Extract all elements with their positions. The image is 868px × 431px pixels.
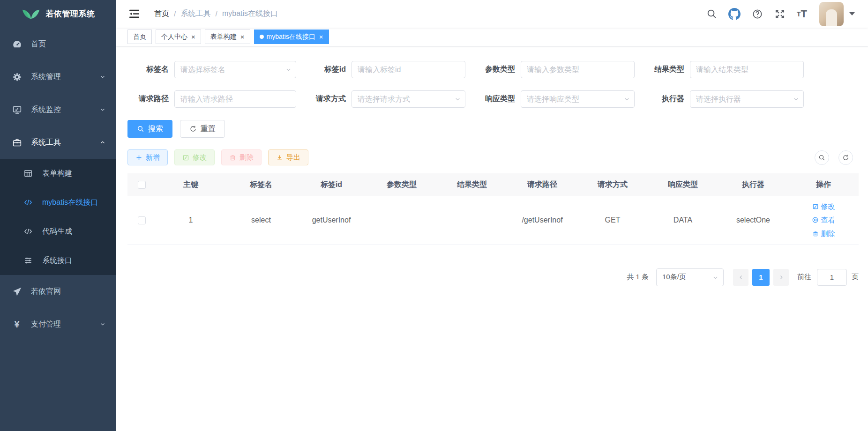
- edit-button[interactable]: 修改: [174, 149, 215, 165]
- result-type-input[interactable]: [690, 61, 804, 78]
- cell-result-type: [437, 196, 507, 245]
- search-icon[interactable]: [706, 8, 717, 19]
- param-type-input[interactable]: [521, 61, 635, 78]
- delete-button[interactable]: 删除: [221, 149, 262, 165]
- download-icon: [276, 154, 283, 161]
- user-avatar[interactable]: [819, 2, 844, 26]
- chevron-down-icon: [712, 274, 719, 281]
- row-edit-link[interactable]: 修改: [812, 201, 835, 212]
- breadcrumb-system-tools: 系统工具: [180, 9, 210, 19]
- sidebar-item-system-monitor[interactable]: 系统监控: [0, 93, 116, 126]
- column-header: 请求方式: [577, 173, 648, 196]
- column-header: 操作: [788, 173, 859, 196]
- sidebar-item-code-generation[interactable]: 代码生成: [0, 217, 116, 246]
- caret-down-icon[interactable]: [849, 12, 855, 15]
- navbar-actions: TT: [695, 2, 855, 26]
- active-tab-dot: [260, 35, 264, 39]
- prev-page-button[interactable]: [733, 269, 748, 286]
- search-icon: [137, 125, 144, 133]
- close-icon[interactable]: ×: [319, 33, 323, 40]
- export-button-label: 导出: [286, 153, 300, 162]
- sidebar-item-mybatis-online-api[interactable]: mybatis在线接口: [0, 188, 116, 217]
- form-table-icon: [22, 169, 34, 178]
- leaf-logo-icon: [22, 5, 40, 23]
- close-icon[interactable]: ×: [240, 33, 245, 40]
- top-navbar: 首页 / 系统工具 / mybatis在线接口: [116, 0, 868, 28]
- tag-id-input[interactable]: [352, 61, 465, 78]
- select-all-checkbox[interactable]: [138, 181, 146, 189]
- toolbox-icon: [11, 138, 22, 148]
- export-button[interactable]: 导出: [268, 149, 308, 165]
- sidebar-item-label: 表单构建: [42, 169, 106, 178]
- app-logo[interactable]: 若依管理系统: [0, 0, 116, 28]
- tab-mybatis-online-api[interactable]: mybatis在线接口 ×: [254, 30, 329, 44]
- cell-request-path: /getUserInof: [507, 196, 577, 245]
- column-header: 请求路径: [507, 173, 577, 196]
- font-size-icon[interactable]: TT: [797, 9, 807, 19]
- tag-name-select[interactable]: [174, 61, 296, 78]
- search-actions: 搜索 重置: [127, 120, 859, 138]
- cell-executor: selectOne: [718, 196, 788, 245]
- breadcrumb: 首页 / 系统工具 / mybatis在线接口: [154, 9, 695, 19]
- sidebar-item-label: 系统工具: [31, 138, 99, 148]
- row-view-link[interactable]: 查看: [812, 214, 835, 226]
- github-icon[interactable]: [728, 8, 741, 20]
- search-button-label: 搜索: [148, 124, 163, 134]
- tab-form-builder[interactable]: 表单构建 ×: [205, 30, 250, 44]
- table-toolbar: 新增 修改 删除 导出: [127, 149, 859, 165]
- pagination-page-unit: 页: [852, 273, 859, 282]
- executor-select[interactable]: [690, 90, 804, 108]
- delete-button-label: 删除: [239, 153, 254, 162]
- data-table: 主键 标签名 标签id 参数类型 结果类型 请求路径 请求方式 响应类型 执行器…: [127, 173, 859, 245]
- edit-button-label: 修改: [193, 153, 207, 162]
- app-title: 若依管理系统: [46, 8, 95, 19]
- request-method-select[interactable]: [352, 90, 465, 108]
- table-row[interactable]: 1 select getUserInof /getUserInof GET DA…: [127, 196, 859, 245]
- add-button[interactable]: 新增: [127, 149, 168, 165]
- reset-button[interactable]: 重置: [180, 120, 225, 138]
- tab-label: 表单构建: [210, 33, 237, 41]
- next-page-button[interactable]: [773, 269, 789, 286]
- row-view-label: 查看: [821, 214, 835, 226]
- sidebar-item-label: 代码生成: [42, 227, 106, 237]
- sidebar-fold-icon[interactable]: [128, 8, 140, 20]
- sidebar-item-system-api[interactable]: 系统接口: [0, 246, 116, 275]
- goto-page-input[interactable]: [817, 269, 847, 286]
- monitor-icon: [11, 105, 22, 115]
- field-label: 参数类型: [474, 65, 521, 74]
- search-button[interactable]: 搜索: [127, 120, 172, 138]
- breadcrumb-separator: /: [215, 10, 217, 18]
- table-header-row: 主键 标签名 标签id 参数类型 结果类型 请求路径 请求方式 响应类型 执行器…: [127, 173, 859, 196]
- refresh-table-button[interactable]: [838, 150, 853, 165]
- sidebar-item-system-management[interactable]: 系统管理: [0, 60, 116, 93]
- sidebar-item-form-builder[interactable]: 表单构建: [0, 159, 116, 188]
- chevron-down-icon: [99, 321, 106, 327]
- cell-primary-key: 1: [156, 196, 226, 245]
- refresh-icon: [189, 125, 197, 133]
- dashboard-icon: [11, 39, 22, 49]
- request-path-input[interactable]: [174, 90, 296, 108]
- tab-profile[interactable]: 个人中心 ×: [156, 30, 201, 44]
- close-icon[interactable]: ×: [191, 33, 195, 40]
- cell-tag-id: getUserInof: [296, 196, 367, 245]
- row-checkbox[interactable]: [138, 216, 146, 224]
- row-delete-link[interactable]: 删除: [812, 228, 835, 239]
- response-type-select[interactable]: [521, 90, 635, 108]
- sidebar-item-home[interactable]: 首页: [0, 28, 116, 60]
- breadcrumb-home[interactable]: 首页: [154, 9, 169, 19]
- sidebar-item-official-site[interactable]: 若依官网: [0, 275, 116, 308]
- yen-icon: ¥: [11, 319, 22, 330]
- current-page-button[interactable]: 1: [752, 269, 770, 286]
- column-header: 主键: [156, 173, 226, 196]
- help-icon[interactable]: [752, 8, 763, 20]
- toggle-search-button[interactable]: [815, 150, 829, 165]
- tab-label: mybatis在线接口: [267, 33, 315, 41]
- page-size-select[interactable]: 10条/页: [656, 268, 724, 286]
- sidebar-item-payment-management[interactable]: ¥ 支付管理: [0, 308, 116, 341]
- tab-home[interactable]: 首页: [127, 30, 152, 44]
- sidebar-item-system-tools[interactable]: 系统工具: [0, 126, 116, 159]
- main-area: 首页 / 系统工具 / mybatis在线接口: [116, 0, 868, 286]
- sliders-icon: [22, 256, 34, 265]
- field-label: 执行器: [643, 94, 690, 104]
- fullscreen-icon[interactable]: [774, 8, 786, 20]
